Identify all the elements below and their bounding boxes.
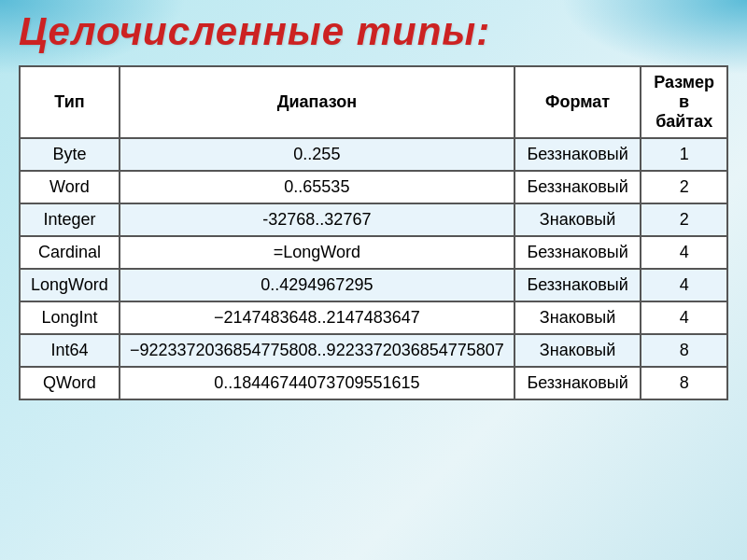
table-row: Cardinal=LongWordБеззнаковый4 <box>20 236 727 269</box>
table-row: Int64−9223372036854775808..9223372036854… <box>20 334 727 367</box>
cell-range: 0..18446744073709551615 <box>120 367 514 399</box>
cell-format: Беззнаковый <box>514 269 641 301</box>
data-table: Тип Диапазон Формат Размер в байтах Byte… <box>19 65 728 400</box>
col-header-format: Формат <box>514 66 641 138</box>
cell-size: 8 <box>641 334 727 367</box>
col-header-range: Диапазон <box>120 66 514 138</box>
table-row: Integer-32768..32767Знаковый2 <box>20 203 727 236</box>
page-title: Целочисленные типы: <box>19 9 728 54</box>
cell-range: -32768..32767 <box>120 203 514 236</box>
cell-range: −2147483648..2147483647 <box>120 301 514 334</box>
cell-size: 8 <box>641 367 727 399</box>
table-row: Byte0..255Беззнаковый1 <box>20 138 727 171</box>
table-header-row: Тип Диапазон Формат Размер в байтах <box>20 66 727 138</box>
cell-type: QWord <box>20 367 120 399</box>
col-header-type: Тип <box>20 66 120 138</box>
cell-format: Беззнаковый <box>514 138 641 171</box>
cell-type: Integer <box>20 203 120 236</box>
cell-type: LongWord <box>20 269 120 301</box>
table-row: Word0..65535Беззнаковый2 <box>20 171 727 203</box>
page-container: Целочисленные типы: Тип Диапазон Формат … <box>0 0 747 410</box>
cell-type: LongInt <box>20 301 120 334</box>
cell-size: 1 <box>641 138 727 171</box>
col-header-size: Размер в байтах <box>641 66 727 138</box>
table-row: LongInt−2147483648..2147483647Знаковый4 <box>20 301 727 334</box>
cell-size: 4 <box>641 301 727 334</box>
cell-range: −9223372036854775808..922337203685477580… <box>120 334 514 367</box>
cell-format: Знаковый <box>514 203 641 236</box>
cell-format: Беззнаковый <box>514 236 641 269</box>
table-row: QWord0..18446744073709551615Беззнаковый8 <box>20 367 727 399</box>
cell-type: Cardinal <box>20 236 120 269</box>
cell-range: =LongWord <box>120 236 514 269</box>
cell-range: 0..4294967295 <box>120 269 514 301</box>
cell-size: 4 <box>641 269 727 301</box>
cell-format: Беззнаковый <box>514 171 641 203</box>
cell-format: Знаковый <box>514 334 641 367</box>
cell-type: Int64 <box>20 334 120 367</box>
cell-size: 2 <box>641 171 727 203</box>
cell-format: Знаковый <box>514 301 641 334</box>
cell-size: 2 <box>641 203 727 236</box>
cell-range: 0..255 <box>120 138 514 171</box>
cell-size: 4 <box>641 236 727 269</box>
cell-range: 0..65535 <box>120 171 514 203</box>
cell-type: Word <box>20 171 120 203</box>
table-row: LongWord0..4294967295Беззнаковый4 <box>20 269 727 301</box>
cell-format: Беззнаковый <box>514 367 641 399</box>
cell-type: Byte <box>20 138 120 171</box>
